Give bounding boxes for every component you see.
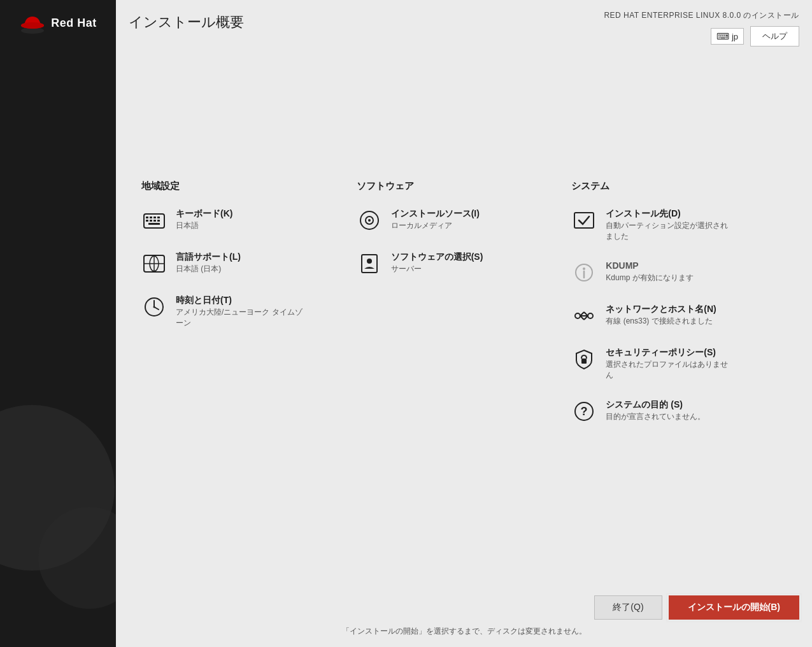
security-item[interactable]: セキュリティーポリシー(S) 選択されたプロファイルはありません [571,346,774,381]
footer-buttons: 終了(Q) インストールの開始(B) [594,595,799,620]
sidebar: Red Hat [0,0,116,647]
network-subtitle: 有線 (ens33) で接続されました [606,316,716,327]
keyboard-subtitle: 日本語 [176,220,232,231]
lang-value: jp [732,32,738,41]
destination-icon [571,208,597,233]
svg-point-28 [583,267,585,270]
datetime-title: 時刻と日付(T) [176,294,303,306]
software-select-title: ソフトウェアの選択(S) [391,251,483,262]
system-heading: システム [571,180,774,195]
software-select-text: ソフトウェアの選択(S) サーバー [391,251,483,274]
keyboard-text: キーボード(K) 日本語 [176,208,232,231]
install-dest-text: インストール先(D) 自動パーティション設定が選択されました [606,208,733,242]
security-icon [571,346,597,372]
clock-icon [141,294,167,320]
source-icon [357,208,382,233]
header: インストール概要 RED HAT ENTERPRISE LINUX 8.0.0 … [116,0,812,53]
kdump-item[interactable]: KDUMP Kdump が有効になります [571,260,774,285]
network-icon [571,303,597,329]
keyboard-title: キーボード(K) [176,208,232,219]
svg-point-23 [368,219,371,222]
svg-rect-11 [157,220,160,222]
system-section: システム インストール先(D) 自動パーティション設定が選択されました [571,180,787,442]
install-dest-title: インストール先(D) [606,208,733,219]
keyboard-item[interactable]: キーボード(K) 日本語 [141,208,344,233]
svg-rect-10 [153,220,156,222]
header-right: RED HAT ENTERPRISE LINUX 8.0.0 のインストール ⌨… [604,10,799,46]
install-source-title: インストールソース(I) [391,208,480,219]
install-subtitle: RED HAT ENTERPRISE LINUX 8.0.0 のインストール [604,10,799,21]
svg-point-2 [21,22,44,29]
svg-rect-6 [153,217,156,218]
redhat-logo: Red Hat [19,11,97,34]
footer-note: 「インストールの開始」を選択するまで、ディスクは変更されません。 [342,626,587,637]
main-content: インストール概要 RED HAT ENTERPRISE LINUX 8.0.0 … [116,0,812,647]
content-area: 地域設定 [116,53,812,589]
software-select-item[interactable]: ソフトウェアの選択(S) サーバー [357,251,559,276]
install-source-text: インストールソース(I) ローカルメディア [391,208,480,231]
lang-support-title: 言語サポート(L) [176,251,241,262]
install-dest-subtitle: 自動パーティション設定が選択されました [606,220,733,242]
svg-point-25 [367,259,372,264]
purpose-text: システムの目的 (S) 目的が宣言されていません。 [606,399,705,422]
page-title: インストール概要 [129,13,244,32]
purpose-item[interactable]: ? システムの目的 (S) 目的が宣言されていません。 [571,399,774,424]
sections-grid: 地域設定 [141,180,787,442]
kdump-title: KDUMP [606,260,693,271]
install-source-subtitle: ローカルメディア [391,220,480,231]
lang-support-text: 言語サポート(L) 日本語 (日本) [176,251,241,274]
svg-text:?: ? [581,405,588,418]
region-section: 地域設定 [141,180,357,442]
brand-name: Red Hat [51,17,97,30]
svg-rect-9 [150,220,152,222]
lang-icon [141,251,167,276]
svg-rect-5 [150,217,152,218]
lang-support-subtitle: 日本語 (日本) [176,264,241,274]
language-selector[interactable]: ⌨ jp [711,28,744,45]
software-section: ソフトウェア インストールソース(I) ローカルメディア [357,180,572,442]
security-subtitle: 選択されたプロファイルはありません [606,359,733,381]
svg-rect-33 [581,359,587,364]
software-heading: ソフトウェア [357,180,559,195]
security-text: セキュリティーポリシー(S) 選択されたプロファイルはありません [606,346,733,381]
region-heading: 地域設定 [141,180,344,195]
keyboard-icon [141,208,167,233]
network-title: ネットワークとホスト名(N) [606,303,716,315]
header-controls: ⌨ jp ヘルプ [711,26,799,46]
datetime-text: 時刻と日付(T) アメリカ大陸/ニューヨーク タイムゾーン [176,294,303,329]
svg-rect-12 [148,223,160,225]
lang-support-item[interactable]: 言語サポート(L) 日本語 (日本) [141,251,344,276]
purpose-subtitle: 目的が宣言されていません。 [606,411,705,422]
kdump-icon [571,260,597,285]
redhat-hat-icon [19,11,46,34]
install-dest-item[interactable]: インストール先(D) 自動パーティション設定が選択されました [571,208,774,242]
datetime-item[interactable]: 時刻と日付(T) アメリカ大陸/ニューヨーク タイムゾーン [141,294,344,329]
purpose-title: システムの目的 (S) [606,399,705,410]
svg-rect-7 [157,217,160,218]
svg-rect-4 [146,217,148,218]
keyboard-icon: ⌨ [716,31,729,41]
svg-point-20 [153,306,155,308]
kdump-text: KDUMP Kdump が有効になります [606,260,693,283]
network-text: ネットワークとホスト名(N) 有線 (ens33) で接続されました [606,303,716,327]
security-title: セキュリティーポリシー(S) [606,346,733,358]
datetime-subtitle: アメリカ大陸/ニューヨーク タイムゾーン [176,307,303,329]
software-select-icon [357,251,382,276]
quit-button[interactable]: 終了(Q) [594,595,662,620]
software-select-subtitle: サーバー [391,264,483,274]
svg-rect-26 [574,213,594,228]
install-source-item[interactable]: インストールソース(I) ローカルメディア [357,208,559,233]
svg-rect-8 [146,220,148,222]
purpose-icon: ? [571,399,597,424]
network-item[interactable]: ネットワークとホスト名(N) 有線 (ens33) で接続されました [571,303,774,329]
help-button[interactable]: ヘルプ [750,26,799,46]
kdump-subtitle: Kdump が有効になります [606,273,693,283]
install-button[interactable]: インストールの開始(B) [669,595,799,620]
footer: 終了(Q) インストールの開始(B) 「インストールの開始」を選択するまで、ディ… [116,589,812,647]
